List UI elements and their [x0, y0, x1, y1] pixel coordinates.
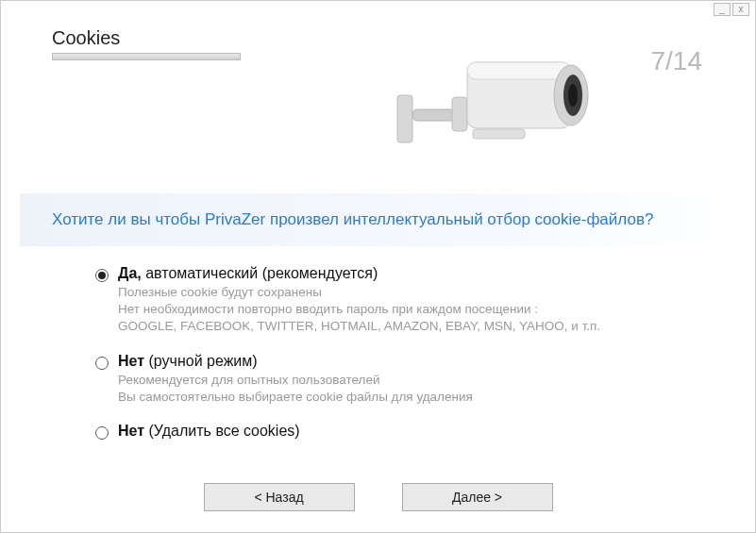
radio-manual[interactable] [95, 357, 109, 370]
header: Cookies [52, 27, 241, 60]
svg-rect-0 [397, 95, 412, 142]
option-delete-all: Нет (Удалить все cookies) [95, 423, 698, 440]
radio-delete-all[interactable] [95, 426, 109, 440]
progress-fill [53, 54, 240, 59]
svg-rect-8 [473, 129, 525, 139]
minimize-button[interactable]: _ [714, 3, 731, 16]
option-auto-label[interactable]: Да, автоматический (рекомендуется) [118, 265, 600, 282]
camera-illustration-icon [378, 39, 596, 180]
page-title: Cookies [52, 27, 241, 49]
question-text: Хотите ли вы чтобы PrivaZer произвел инт… [52, 210, 653, 229]
radio-auto[interactable] [95, 269, 109, 282]
next-button[interactable]: Далее > [402, 483, 553, 511]
svg-point-7 [568, 84, 578, 107]
back-button[interactable]: < Назад [204, 483, 355, 511]
option-manual-label[interactable]: Нет (ручной режим) [118, 353, 473, 370]
nav-buttons: < Назад Далее > [1, 483, 755, 511]
close-button[interactable]: x [732, 3, 749, 16]
step-counter: 7/14 [651, 46, 703, 76]
wizard-window: _ x Cookies 7/14 Хотите ли вы чтобы Priv… [0, 0, 756, 533]
option-delete-all-label[interactable]: Нет (Удалить все cookies) [118, 423, 300, 440]
progress-bar [52, 53, 241, 60]
option-manual-desc: Рекомендуется для опытных пользователей … [118, 372, 473, 406]
question-banner: Хотите ли вы чтобы PrivaZer произвел инт… [20, 193, 736, 246]
svg-rect-4 [467, 62, 571, 79]
option-auto-desc: Полезные cookie будут сохранены Нет необ… [118, 284, 600, 336]
options-group: Да, автоматический (рекомендуется) Полез… [95, 265, 698, 457]
option-auto: Да, автоматический (рекомендуется) Полез… [95, 265, 698, 336]
option-manual: Нет (ручной режим) Рекомендуется для опы… [95, 353, 698, 406]
svg-rect-1 [412, 109, 458, 121]
titlebar: _ x [714, 3, 749, 16]
svg-rect-2 [452, 97, 467, 131]
